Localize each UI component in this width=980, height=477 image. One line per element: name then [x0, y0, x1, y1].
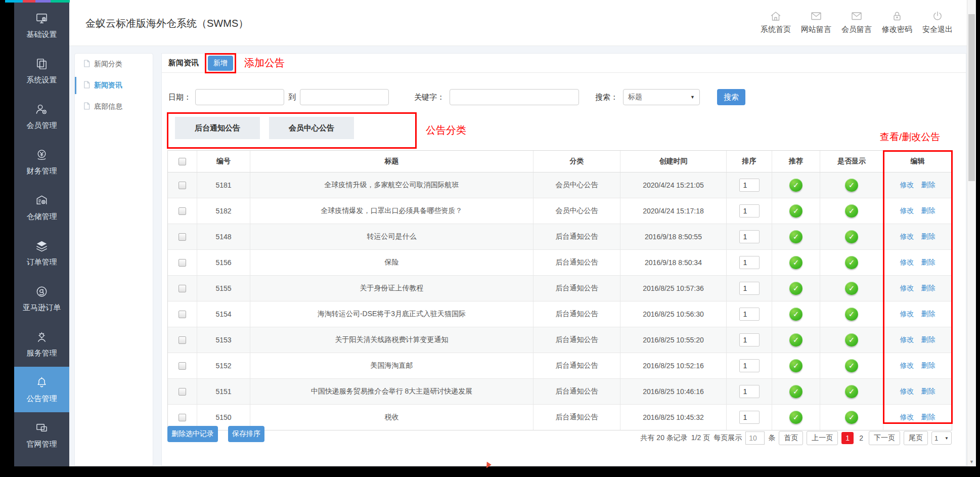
save-sort-button[interactable]: 保存排序	[228, 426, 264, 442]
sort-input[interactable]	[739, 256, 760, 269]
submenu-item-news-category[interactable]: 新闻分类	[75, 54, 153, 75]
tab-news[interactable]: 新闻资讯	[168, 58, 199, 68]
visible-check-icon[interactable]	[845, 359, 858, 372]
sidebar-item-system-settings[interactable]: 系统设置	[14, 48, 69, 94]
topnav-home[interactable]: 系统首页	[758, 9, 794, 34]
page-jump-select[interactable]: 1 ▼	[931, 431, 952, 445]
row-checkbox[interactable]	[179, 336, 186, 344]
recommended-check-icon[interactable]	[789, 179, 803, 192]
topnav-member-messages[interactable]: 会员留言	[838, 9, 875, 34]
per-page-input[interactable]	[745, 431, 765, 445]
topnav-logout[interactable]: 安全退出	[919, 9, 956, 34]
row-checkbox[interactable]	[179, 233, 186, 241]
sort-input[interactable]	[739, 308, 760, 321]
sort-input[interactable]	[739, 333, 760, 346]
visible-check-icon[interactable]	[845, 179, 858, 192]
category-member-button[interactable]: 会员中心公告	[269, 117, 354, 139]
delete-link[interactable]: 删除	[921, 181, 936, 190]
date-from-input[interactable]	[195, 89, 284, 105]
delete-link[interactable]: 删除	[921, 387, 936, 396]
date-to-input[interactable]	[300, 89, 389, 105]
sort-input[interactable]	[739, 282, 760, 295]
submenu-item-news[interactable]: 新闻资讯	[75, 75, 153, 96]
modify-link[interactable]: 修改	[900, 258, 914, 267]
next-page-button[interactable]: 下一页	[869, 431, 900, 445]
modify-link[interactable]: 修改	[900, 361, 914, 370]
recommended-check-icon[interactable]	[789, 333, 803, 346]
submenu-item-footer-info[interactable]: 底部信息	[75, 96, 153, 117]
visible-check-icon[interactable]	[845, 411, 858, 424]
row-checkbox[interactable]	[179, 259, 186, 267]
sort-input[interactable]	[739, 385, 760, 398]
prev-page-button[interactable]: 上一页	[807, 431, 838, 445]
scrollbar-thumb[interactable]	[968, 14, 975, 181]
sort-input[interactable]	[739, 204, 760, 218]
row-checkbox[interactable]	[179, 207, 186, 215]
sidebar-item-finance[interactable]: 财务管理	[14, 139, 69, 185]
sort-input[interactable]	[739, 411, 760, 424]
visible-check-icon[interactable]	[845, 282, 858, 295]
sidebar-item-base-settings[interactable]: 基础设置	[14, 3, 69, 48]
modify-link[interactable]: 修改	[900, 387, 914, 396]
delete-link[interactable]: 删除	[921, 258, 936, 267]
recommended-check-icon[interactable]	[789, 204, 803, 218]
modify-link[interactable]: 修改	[900, 310, 914, 319]
topnav-change-password[interactable]: 修改密码	[879, 9, 915, 34]
delete-link[interactable]: 删除	[921, 232, 936, 241]
row-checkbox[interactable]	[179, 285, 186, 292]
sidebar-item-member[interactable]: 会员管理	[14, 94, 69, 139]
modify-link[interactable]: 修改	[900, 413, 914, 422]
sidebar-item-orders[interactable]: 订单管理	[14, 230, 69, 276]
search-button[interactable]: 搜索	[717, 89, 745, 105]
modify-link[interactable]: 修改	[900, 232, 914, 241]
add-button[interactable]: 新增	[208, 56, 233, 71]
page-2-link[interactable]: 2	[857, 434, 865, 442]
recommended-check-icon[interactable]	[789, 282, 803, 295]
sidebar-item-warehouse[interactable]: 仓储管理	[14, 185, 69, 230]
recommended-check-icon[interactable]	[789, 411, 803, 424]
scrollbar-down-arrow[interactable]: ▼	[967, 459, 976, 464]
recommended-check-icon[interactable]	[789, 308, 803, 321]
row-checkbox[interactable]	[179, 388, 186, 396]
modify-link[interactable]: 修改	[900, 206, 914, 215]
category-backend-button[interactable]: 后台通知公告	[175, 117, 260, 139]
modify-link[interactable]: 修改	[900, 181, 914, 190]
sidebar-item-service[interactable]: 服务管理	[14, 321, 69, 367]
select-all-checkbox[interactable]	[179, 158, 186, 165]
recommended-check-icon[interactable]	[789, 230, 803, 243]
delete-link[interactable]: 删除	[921, 361, 936, 370]
scrollbar[interactable]: ▼	[967, 0, 976, 466]
modify-link[interactable]: 修改	[900, 284, 914, 293]
search-field-select[interactable]: 标题 ▼	[623, 89, 700, 105]
delete-link[interactable]: 删除	[921, 335, 936, 344]
delete-link[interactable]: 删除	[921, 413, 936, 422]
recommended-check-icon[interactable]	[789, 385, 803, 398]
row-checkbox[interactable]	[179, 311, 186, 318]
row-checkbox[interactable]	[179, 362, 186, 370]
visible-check-icon[interactable]	[845, 256, 858, 269]
current-page[interactable]: 1	[841, 432, 854, 444]
recommended-check-icon[interactable]	[789, 256, 803, 269]
visible-check-icon[interactable]	[845, 308, 858, 321]
row-checkbox[interactable]	[179, 414, 186, 421]
visible-check-icon[interactable]	[845, 385, 858, 398]
visible-check-icon[interactable]	[845, 204, 858, 218]
sort-input[interactable]	[739, 230, 760, 243]
visible-check-icon[interactable]	[845, 230, 858, 243]
delete-link[interactable]: 删除	[921, 206, 936, 215]
last-page-button[interactable]: 尾页	[904, 431, 928, 445]
sort-input[interactable]	[739, 179, 760, 192]
modify-link[interactable]: 修改	[900, 335, 914, 344]
sidebar-item-announcements[interactable]: 公告管理	[14, 367, 69, 412]
sort-input[interactable]	[739, 359, 760, 372]
topnav-site-messages[interactable]: 网站留言	[798, 9, 834, 34]
first-page-button[interactable]: 首页	[779, 431, 803, 445]
delete-link[interactable]: 删除	[921, 284, 936, 293]
recommended-check-icon[interactable]	[789, 359, 803, 372]
keyword-input[interactable]	[450, 89, 579, 105]
visible-check-icon[interactable]	[845, 333, 858, 346]
delete-link[interactable]: 删除	[921, 310, 936, 319]
sidebar-item-website[interactable]: 官网管理	[14, 412, 69, 458]
row-checkbox[interactable]	[179, 182, 186, 189]
delete-selected-button[interactable]: 删除选中记录	[167, 426, 218, 442]
